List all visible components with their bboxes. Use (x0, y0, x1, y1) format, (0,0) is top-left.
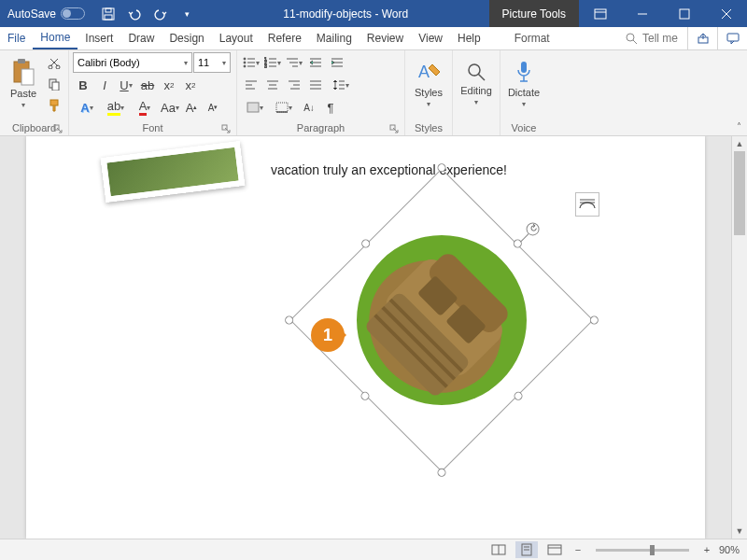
grow-font-button[interactable]: A▴ (181, 97, 202, 118)
cut-button[interactable] (44, 52, 64, 73)
read-mode-button[interactable] (487, 541, 510, 558)
print-layout-button[interactable] (515, 541, 538, 558)
tab-mailings[interactable]: Mailing (309, 27, 359, 49)
decrease-indent-button[interactable] (305, 52, 326, 73)
align-center-button[interactable] (262, 75, 283, 95)
text-effects-button[interactable]: A▾ (73, 97, 101, 118)
zoom-slider[interactable] (596, 549, 689, 552)
sort-button[interactable]: A↓ (299, 97, 319, 118)
tab-format[interactable]: Format (507, 27, 557, 49)
shrink-font-button[interactable]: A▾ (203, 97, 223, 118)
inline-image-thumbnail[interactable] (101, 141, 246, 203)
group-styles: A Styles▾ Styles (405, 50, 453, 135)
dialog-launcher-icon[interactable] (221, 124, 231, 133)
align-left-button[interactable] (241, 75, 261, 95)
zoom-slider-thumb[interactable] (650, 545, 655, 555)
group-clipboard-label: Clipboard (4, 120, 64, 135)
save-button[interactable] (96, 3, 120, 25)
tell-me-search[interactable]: Tell me (615, 27, 687, 49)
subscript-button[interactable]: x2 (159, 75, 179, 95)
multilevel-list-button[interactable]: ▾ (284, 52, 304, 73)
bold-button[interactable]: B (73, 75, 93, 95)
strikethrough-button[interactable]: ab (137, 75, 158, 95)
svg-rect-3 (595, 9, 606, 19)
svg-rect-15 (21, 69, 34, 85)
font-name-combo[interactable]: Calibri (Body)▾ (73, 52, 192, 73)
rotate-handle[interactable] (524, 220, 543, 239)
svg-rect-12 (727, 34, 739, 41)
tab-home[interactable]: Home (33, 27, 78, 49)
italic-button[interactable]: I (94, 75, 115, 95)
comments-button[interactable] (717, 27, 747, 49)
svg-line-65 (478, 74, 485, 80)
window-controls (579, 0, 747, 27)
increase-indent-button[interactable] (327, 52, 347, 73)
highlight-button[interactable]: ab▾ (102, 97, 130, 118)
svg-point-9 (627, 34, 634, 41)
tab-draw[interactable]: Draw (120, 27, 162, 49)
zoom-level[interactable]: 90% (719, 544, 740, 555)
scroll-down-button[interactable]: ▼ (732, 524, 747, 539)
svg-line-10 (633, 40, 637, 44)
font-size-combo[interactable]: 11▾ (193, 52, 231, 73)
minimize-button[interactable] (621, 0, 663, 27)
svg-rect-2 (105, 15, 112, 20)
collapse-ribbon-button[interactable]: ˄ (737, 121, 741, 132)
tab-references[interactable]: Refere (261, 27, 309, 49)
group-editing: Editing▾ (453, 50, 500, 135)
numbering-button[interactable]: 123▾ (262, 52, 283, 73)
shading-button[interactable]: ▾ (241, 97, 269, 118)
group-clipboard: Paste ▾ Clipboard (0, 50, 69, 135)
close-button[interactable] (705, 0, 747, 27)
tab-review[interactable]: Review (359, 27, 411, 49)
undo-button[interactable] (122, 3, 147, 25)
qat-dropdown[interactable]: ▾ (175, 3, 199, 25)
title-bar: AutoSave ▾ 11-modify-objects - Word Pict… (0, 0, 747, 27)
underline-button[interactable]: U▾ (116, 75, 136, 95)
show-marks-button[interactable]: ¶ (320, 97, 341, 118)
body-text[interactable]: vacation truly an exceptional experience… (271, 162, 507, 177)
styles-button[interactable]: A Styles▾ (409, 52, 448, 114)
borders-button[interactable]: ▾ (270, 97, 298, 118)
document-page[interactable]: vacation truly an exceptional experience… (26, 136, 705, 539)
tab-design[interactable]: Design (162, 27, 211, 49)
ribbon-display-button[interactable] (579, 0, 621, 27)
scroll-thumb[interactable] (734, 151, 745, 235)
share-button[interactable] (687, 27, 717, 49)
zoom-in-button[interactable]: + (700, 544, 713, 555)
superscript-button[interactable]: x2 (180, 75, 201, 95)
svg-rect-19 (52, 82, 59, 91)
vertical-scrollbar[interactable]: ▲ ▼ (731, 136, 747, 539)
contextual-tab-label: Picture Tools (489, 0, 579, 27)
tab-layout[interactable]: Layout (212, 27, 261, 49)
font-color-button[interactable]: A▾ (131, 97, 159, 118)
dialog-launcher-icon[interactable] (53, 124, 63, 133)
bullets-button[interactable]: ▾ (241, 52, 261, 73)
svg-rect-14 (18, 59, 25, 63)
maximize-button[interactable] (663, 0, 705, 27)
copy-button[interactable] (44, 74, 64, 94)
layout-options-button[interactable] (575, 192, 599, 217)
line-spacing-button[interactable]: ▾ (327, 75, 355, 95)
redo-button[interactable] (148, 3, 173, 25)
web-layout-button[interactable] (543, 541, 566, 558)
group-styles-label: Styles (409, 120, 448, 135)
justify-button[interactable] (305, 75, 326, 95)
tab-insert[interactable]: Insert (78, 27, 120, 49)
editing-button[interactable]: Editing▾ (457, 52, 496, 114)
tab-view[interactable]: View (411, 27, 450, 49)
zoom-out-button[interactable]: − (571, 544, 585, 555)
autosave-toggle[interactable]: AutoSave (0, 7, 92, 21)
group-paragraph-label: Paragraph (241, 120, 401, 135)
tab-help[interactable]: Help (450, 27, 488, 49)
svg-point-23 (244, 58, 246, 60)
dictate-button[interactable]: Dictate▾ (504, 52, 543, 114)
change-case-button[interactable]: Aa▾ (160, 97, 180, 118)
scroll-up-button[interactable]: ▲ (732, 136, 747, 151)
align-right-button[interactable] (284, 75, 304, 95)
paste-button[interactable]: Paste ▾ (4, 52, 43, 114)
dialog-launcher-icon[interactable] (389, 124, 399, 133)
tab-file[interactable]: File (0, 27, 33, 49)
svg-rect-60 (276, 103, 288, 112)
format-painter-button[interactable] (44, 95, 64, 116)
